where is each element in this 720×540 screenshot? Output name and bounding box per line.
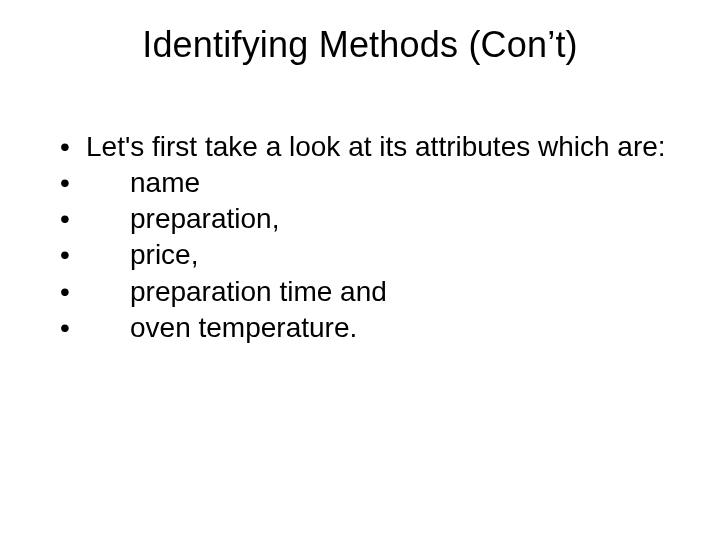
slide-body: Let's first take a look at its attribute… <box>56 130 676 347</box>
list-item: oven temperature. <box>56 311 676 345</box>
bullet-text: preparation time and <box>86 275 676 309</box>
list-item: Let's first take a look at its attribute… <box>56 130 676 164</box>
list-item: preparation time and <box>56 275 676 309</box>
bullet-text: name <box>86 166 676 200</box>
list-item: price, <box>56 238 676 272</box>
list-item: preparation, <box>56 202 676 236</box>
slide-title: Identifying Methods (Con’t) <box>0 24 720 66</box>
bullet-list: Let's first take a look at its attribute… <box>56 130 676 345</box>
bullet-text: oven temperature. <box>86 311 676 345</box>
bullet-text: preparation, <box>86 202 676 236</box>
bullet-text: price, <box>86 238 676 272</box>
slide: Identifying Methods (Con’t) Let's first … <box>0 0 720 540</box>
list-item: name <box>56 166 676 200</box>
bullet-text: Let's first take a look at its attribute… <box>86 130 676 164</box>
